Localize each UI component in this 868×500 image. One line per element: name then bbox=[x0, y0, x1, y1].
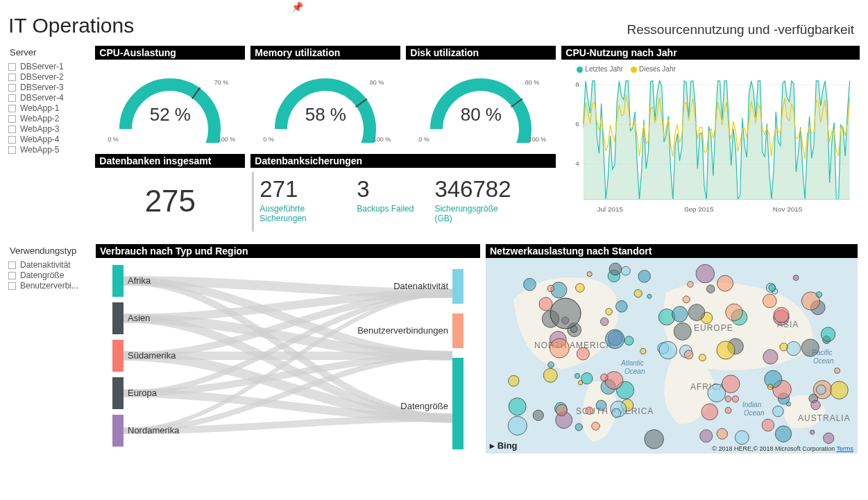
svg-point-149 bbox=[688, 304, 705, 321]
svg-point-44 bbox=[701, 404, 717, 420]
gauge-value: 58 % bbox=[305, 104, 346, 126]
svg-text:8: 8 bbox=[576, 80, 580, 88]
legend-this-year: Dieses Jahr bbox=[639, 65, 676, 73]
svg-point-71 bbox=[763, 294, 776, 308]
svg-point-151 bbox=[726, 304, 743, 321]
svg-point-122 bbox=[821, 327, 835, 342]
legend-dot-this-year bbox=[631, 67, 637, 73]
gauge-mem[interactable]: Memory utilization 58 % 0 % 100 % 80 % bbox=[250, 46, 400, 150]
db-backup-stat: 271Ausgeführte Sicherungen bbox=[259, 176, 336, 232]
svg-point-110 bbox=[787, 341, 801, 355]
svg-point-105 bbox=[672, 307, 688, 322]
checkbox-icon bbox=[8, 126, 16, 133]
svg-rect-19 bbox=[112, 377, 124, 409]
svg-point-132 bbox=[556, 404, 568, 416]
gauge-value: 52 % bbox=[150, 104, 191, 126]
slicer-usage-item[interactable]: Datengröße bbox=[8, 270, 90, 280]
svg-text:Nov 2015: Nov 2015 bbox=[773, 205, 803, 213]
svg-point-84 bbox=[762, 419, 774, 431]
checkbox-icon bbox=[8, 105, 16, 112]
svg-point-76 bbox=[725, 407, 731, 413]
chart-map[interactable]: Netzwerkauslastung nach Standort NORTH A… bbox=[486, 244, 858, 454]
chart-sankey[interactable]: Verbrauch nach Typ und Region AfrikaAsie… bbox=[96, 244, 480, 454]
svg-point-152 bbox=[550, 298, 581, 329]
slicer-server-item[interactable]: WebApp-4 bbox=[8, 135, 90, 144]
svg-point-95 bbox=[835, 368, 840, 374]
svg-point-67 bbox=[578, 381, 582, 385]
checkbox-icon bbox=[8, 94, 16, 102]
chart-cpu-yearly[interactable]: CPU-Nutzung nach Jahr Letztes Jahr Diese… bbox=[561, 46, 860, 234]
svg-point-80 bbox=[600, 318, 608, 325]
checkbox-icon bbox=[8, 74, 16, 81]
checkbox-icon bbox=[8, 115, 16, 123]
svg-point-128 bbox=[696, 264, 715, 283]
slicer-server-item[interactable]: DBServer-3 bbox=[8, 83, 90, 92]
svg-point-100 bbox=[605, 372, 623, 390]
yearly-legend: Letztes Jahr Dieses Jahr bbox=[577, 65, 854, 73]
svg-point-79 bbox=[684, 350, 693, 359]
gauge-mem-title: Memory utilization bbox=[250, 46, 400, 60]
svg-point-125 bbox=[609, 263, 622, 275]
svg-rect-23 bbox=[452, 269, 463, 304]
svg-point-66 bbox=[581, 372, 593, 383]
map-svg: NORTH AMERICASOUTH AMERICAEUROPEAFRICAAS… bbox=[486, 258, 858, 454]
svg-point-121 bbox=[616, 300, 628, 312]
svg-point-131 bbox=[780, 343, 788, 351]
svg-point-104 bbox=[793, 275, 799, 281]
svg-rect-13 bbox=[112, 265, 124, 297]
slicer-server-item[interactable]: DBServer-4 bbox=[8, 93, 90, 103]
svg-point-123 bbox=[634, 290, 642, 298]
svg-point-91 bbox=[543, 368, 557, 382]
svg-point-65 bbox=[638, 270, 651, 283]
slicer-server-item[interactable]: DBServer-2 bbox=[8, 72, 90, 82]
slicer-server-item[interactable]: WebApp-2 bbox=[8, 114, 90, 123]
svg-point-119 bbox=[683, 296, 690, 303]
svg-point-144 bbox=[824, 433, 834, 443]
pin-icon[interactable]: 📌 bbox=[291, 1, 303, 12]
svg-text:Jul 2015: Jul 2015 bbox=[597, 205, 624, 213]
svg-rect-25 bbox=[452, 313, 463, 348]
svg-point-43 bbox=[640, 348, 646, 354]
map-attribution: © 2018 HERE,© 2018 Microsoft Corporation… bbox=[712, 445, 853, 452]
checkbox-icon bbox=[8, 146, 16, 154]
svg-point-145 bbox=[575, 424, 582, 431]
svg-text:4: 4 bbox=[576, 160, 580, 167]
svg-point-147 bbox=[831, 381, 849, 399]
svg-point-51 bbox=[699, 354, 706, 361]
svg-point-106 bbox=[786, 402, 790, 406]
svg-text:Sep 2015: Sep 2015 bbox=[684, 205, 714, 213]
svg-point-127 bbox=[550, 338, 569, 358]
slicer-server-item[interactable]: WebApp-3 bbox=[8, 124, 90, 134]
slicer-usage-item[interactable]: Benutzerverbi... bbox=[8, 281, 90, 291]
svg-point-142 bbox=[612, 408, 621, 417]
db-total-title: Datenbanken insgesamt bbox=[95, 154, 245, 168]
slicer-usage-title: Verwendungstyp bbox=[10, 245, 90, 256]
slicer-usage-type: Verwendungstyp DatenaktivitätDatengrößeB… bbox=[8, 244, 90, 454]
card-db-backup[interactable]: Datenbanksicherungen 271Ausgeführte Sich… bbox=[250, 154, 556, 234]
svg-text:Afrika: Afrika bbox=[128, 275, 151, 286]
svg-point-118 bbox=[773, 406, 784, 417]
slicer-server-item[interactable]: WebApp-1 bbox=[8, 103, 90, 113]
slicer-server: Server DBServer-1DBServer-2DBServer-3DBS… bbox=[8, 46, 90, 234]
gauge-disk[interactable]: Disk utilization 80 % 0 % 100 % 80 % bbox=[406, 46, 556, 150]
slicer-usage-item[interactable]: Datenaktivität bbox=[8, 260, 90, 270]
svg-text:Südamerika: Südamerika bbox=[128, 350, 176, 361]
svg-point-143 bbox=[547, 285, 554, 291]
yearly-chart-svg: 864Jul 2015Sep 2015Nov 2015 bbox=[564, 74, 854, 220]
svg-point-49 bbox=[548, 362, 554, 368]
slicer-server-item[interactable]: WebApp-5 bbox=[8, 145, 90, 155]
card-db-total[interactable]: Datenbanken insgesamt 275 bbox=[95, 154, 245, 234]
svg-point-135 bbox=[717, 429, 728, 440]
svg-point-50 bbox=[509, 398, 526, 415]
page-subtitle: Ressourcennutzung und -verfügbarkeit bbox=[627, 22, 854, 37]
gauge-cpu[interactable]: CPU-Auslastung 52 % 0 % 100 % 70 % bbox=[95, 46, 245, 150]
slicer-server-item[interactable]: DBServer-1 bbox=[8, 62, 90, 71]
svg-point-115 bbox=[717, 341, 735, 359]
svg-text:Ocean: Ocean bbox=[624, 368, 645, 375]
svg-point-146 bbox=[816, 292, 822, 298]
svg-text:Ocean: Ocean bbox=[813, 357, 834, 365]
slicer-server-title: Server bbox=[10, 47, 90, 58]
gauge-value: 80 % bbox=[461, 104, 502, 126]
legend-dot-last-year bbox=[577, 67, 583, 73]
map-terms-link[interactable]: Terms bbox=[837, 445, 854, 452]
